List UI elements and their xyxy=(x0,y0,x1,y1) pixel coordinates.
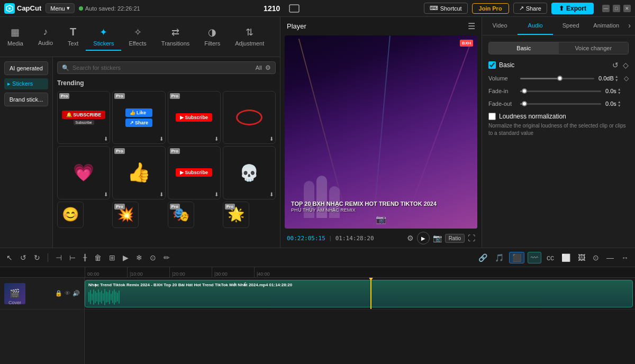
sticker-item[interactable]: Pro 🎭 xyxy=(168,202,194,228)
video-track-button[interactable]: ⬛ xyxy=(509,252,524,263)
audio-track-button[interactable]: 🎵 xyxy=(493,252,506,263)
menu-button[interactable]: Menu ▾ xyxy=(46,3,75,13)
player-menu-icon[interactable]: ☰ xyxy=(468,21,475,31)
tab-audio[interactable]: Audio xyxy=(518,17,553,35)
minimize-button[interactable]: — xyxy=(602,5,610,12)
pro-badge: Pro xyxy=(114,204,124,210)
tab-video[interactable]: Video xyxy=(482,17,518,35)
all-filter-button[interactable]: All xyxy=(256,65,262,71)
fade-out-down-btn[interactable]: ▼ xyxy=(618,104,621,107)
sticker-item[interactable]: 😊 xyxy=(57,202,84,228)
sticker-item[interactable]: Pro 👍 ⬇ xyxy=(112,146,165,199)
fade-in-slider[interactable] xyxy=(520,90,601,92)
volume-keyframe-btn[interactable]: ◇ xyxy=(624,75,629,82)
split-right-button[interactable]: ⊢ xyxy=(67,252,78,263)
mute-icon[interactable]: 🔊 xyxy=(72,290,80,297)
expand-tabs-button[interactable]: › xyxy=(624,17,635,35)
shortcut-button[interactable]: ⌨ Shortcut xyxy=(424,3,468,14)
tool-media[interactable]: ▦ Media xyxy=(0,23,31,51)
join-pro-button[interactable]: Join Pro xyxy=(472,3,509,14)
reset-icon[interactable]: ↺ xyxy=(612,61,619,69)
tool-filters[interactable]: ◑ Filters xyxy=(197,23,228,51)
sticker-item[interactable]: 💗 ⬇ xyxy=(57,146,110,199)
audio-wave-button[interactable]: 〰 xyxy=(528,252,541,263)
sticker-item[interactable]: Pro 🌟 xyxy=(223,202,249,228)
fade-out-stepper[interactable]: ▲ ▼ xyxy=(618,100,621,107)
ruler-mark: |10:00 xyxy=(127,267,169,278)
sticker-item[interactable]: Pro 👍 Like ↗ Share ⬇ xyxy=(112,91,165,144)
basic-checkbox[interactable] xyxy=(488,61,496,69)
sticker-item[interactable]: Pro ▶ Subscribe ⬇ xyxy=(168,146,221,199)
thumbnail-button[interactable]: 🖼 xyxy=(576,252,587,263)
lock-icon[interactable]: 🔒 xyxy=(55,290,62,297)
diamond-icon[interactable]: ◇ xyxy=(623,61,629,69)
fade-in-up-btn[interactable]: ▲ xyxy=(618,87,621,91)
ratio-button[interactable]: Ratio xyxy=(445,234,465,243)
fade-in-down-btn[interactable]: ▼ xyxy=(618,91,621,95)
tab-animation[interactable]: Animation xyxy=(588,17,624,35)
zoom-in-button[interactable]: — xyxy=(604,252,616,263)
redo-button[interactable]: ↻ xyxy=(32,252,42,263)
delete-button[interactable]: 🗑 xyxy=(92,252,104,263)
subtab-voice-changer[interactable]: Voice changer xyxy=(559,42,629,54)
tool-text[interactable]: T Text xyxy=(60,23,86,51)
wave-bar xyxy=(99,292,101,303)
snapshot-icon[interactable]: 📷 xyxy=(433,234,442,242)
close-button[interactable]: ✕ xyxy=(623,5,631,12)
fade-in-thumb[interactable] xyxy=(522,88,527,94)
tool-adjustment[interactable]: ⇅ Adjustment xyxy=(228,23,271,51)
export-button[interactable]: ⬆ Export xyxy=(551,3,594,14)
settings-icon[interactable]: ⚙ xyxy=(407,234,414,242)
sticker-item[interactable]: Pro ▶ Subscribe ⬇ xyxy=(168,91,221,144)
magnet-button[interactable]: 🔗 xyxy=(476,252,489,263)
volume-thumb[interactable] xyxy=(557,76,563,81)
eye-icon[interactable]: 👁 xyxy=(65,290,70,297)
filter-icon[interactable]: ⚙ xyxy=(265,64,271,71)
fade-out-slider[interactable] xyxy=(520,103,601,105)
tab-speed[interactable]: Speed xyxy=(553,17,588,35)
tool-stickers[interactable]: ✦ Stickers xyxy=(86,23,121,51)
volume-up-btn[interactable]: ▲ xyxy=(615,75,619,78)
volume-down-btn[interactable]: ▼ xyxy=(615,78,619,82)
ai-generated-button[interactable]: AI generated xyxy=(4,61,48,75)
video-clip[interactable]: Nhạc Trend Tiktok Remix 2024 - BXH Top 2… xyxy=(85,280,633,307)
maximize-button[interactable]: □ xyxy=(613,5,620,12)
edit-button[interactable]: ✏ xyxy=(161,252,172,263)
fade-in-stepper[interactable]: ▲ ▼ xyxy=(618,87,621,95)
media-icon: ▦ xyxy=(11,26,20,38)
tool-audio[interactable]: ♪ Audio xyxy=(31,23,60,50)
loudness-checkbox[interactable] xyxy=(488,113,496,120)
split-left-button[interactable]: ⊣ xyxy=(53,252,64,263)
play-button[interactable]: ▶ xyxy=(417,232,430,244)
play-clip-button[interactable]: ▶ xyxy=(121,252,131,263)
zoom-out-button[interactable]: ⊙ xyxy=(591,252,601,263)
sidebar-stickers-item[interactable]: ▸ Stickers xyxy=(4,78,48,89)
split-button[interactable]: ╂ xyxy=(81,253,89,262)
fade-out-thumb[interactable] xyxy=(522,101,527,106)
sticker-item[interactable]: 💀 ⬇ xyxy=(223,146,276,199)
subtab-basic[interactable]: Basic xyxy=(489,42,559,54)
sidebar-brand-button[interactable]: Brand stick... xyxy=(4,93,48,106)
sticker-timeline-button[interactable]: ⬜ xyxy=(559,252,573,263)
link-button[interactable]: ⊙ xyxy=(148,252,158,263)
display-mode-icon[interactable] xyxy=(288,3,300,14)
sticker-item[interactable]: Pro 💥 xyxy=(112,202,139,228)
subtitle-button[interactable]: cc xyxy=(545,252,556,263)
share-button[interactable]: ↗ Share xyxy=(513,3,547,14)
duplicate-button[interactable]: ⊞ xyxy=(107,252,117,263)
fit-button[interactable]: ↔ xyxy=(619,252,631,263)
select-tool-button[interactable]: ↖ xyxy=(4,252,15,263)
tl-right-controls: 🔗 🎵 ⬛ 〰 cc ⬜ 🖼 ⊙ — ↔ xyxy=(476,252,631,263)
undo-button[interactable]: ↺ xyxy=(18,252,29,263)
tool-transitions[interactable]: ⇄ Transitions xyxy=(154,23,197,51)
freeze-button[interactable]: ❄ xyxy=(134,252,144,263)
volume-stepper[interactable]: ▲ ▼ xyxy=(615,75,619,82)
sticker-item[interactable]: Pro 🔔 SUBSCRIBE Subscribe ⬇ xyxy=(57,91,110,144)
fullscreen-icon[interactable]: ⛶ xyxy=(468,234,475,242)
sticker-item[interactable]: ⬇ xyxy=(223,91,276,144)
volume-slider[interactable] xyxy=(520,78,594,79)
tool-effects[interactable]: ✧ Effects xyxy=(121,23,153,51)
search-input[interactable] xyxy=(72,65,250,71)
download-icon: ⬇ xyxy=(214,136,219,142)
fade-out-up-btn[interactable]: ▲ xyxy=(618,100,621,104)
